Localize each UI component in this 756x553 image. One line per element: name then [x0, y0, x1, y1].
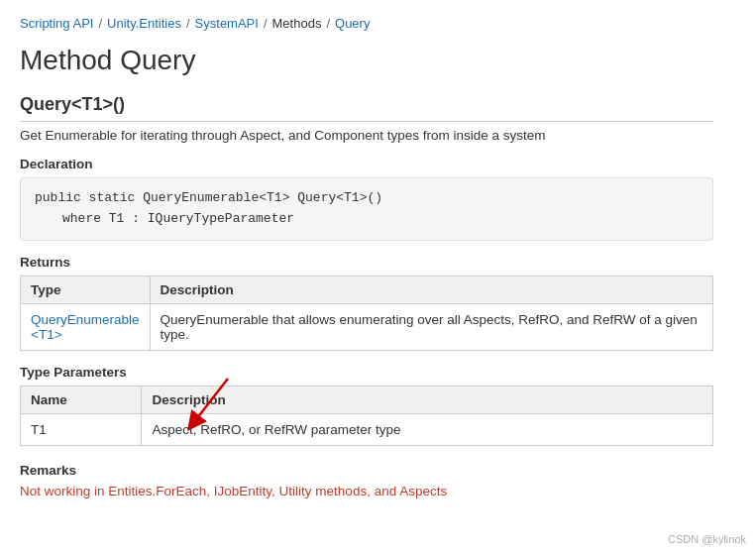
breadcrumb-methods: Methods — [272, 16, 322, 31]
declaration-code: public static QueryEnumerable<T1> Query<… — [20, 177, 713, 241]
code-line-2: where T1 : IQueryTypeParameter — [35, 209, 699, 230]
main-content: Scripting API / Unity.Entities / SystemA… — [0, 0, 733, 514]
method-signature: Query<T1>() — [20, 94, 713, 122]
returns-col-description: Description — [150, 276, 712, 303]
breadcrumb-systemapi[interactable]: SystemAPI — [195, 16, 259, 31]
type-param-desc-cell: Aspect, RefRO, or RefRW parameter type — [142, 413, 713, 445]
type-params-label: Type Parameters — [20, 365, 713, 380]
type-params-col-desc: Description — [142, 386, 713, 413]
breadcrumb-unity-entities[interactable]: Unity.Entities — [107, 16, 181, 31]
breadcrumb-query[interactable]: Query — [335, 16, 370, 31]
type-param-name-cell: T1 — [21, 413, 142, 445]
returns-type-link[interactable]: QueryEnumerable<T1> — [31, 312, 140, 342]
returns-label: Returns — [20, 255, 713, 270]
code-line-1: public static QueryEnumerable<T1> Query<… — [35, 188, 699, 209]
method-description: Get Enumerable for iterating through Asp… — [20, 128, 713, 143]
declaration-label: Declaration — [20, 157, 713, 171]
breadcrumb-sep-1: / — [98, 16, 102, 31]
breadcrumb-sep-4: / — [326, 16, 330, 31]
type-params-header-row: Name Description — [21, 386, 713, 413]
returns-desc-cell: QueryEnumerable that allows enumerating … — [150, 303, 712, 350]
remarks-label: Remarks — [20, 463, 713, 478]
returns-type-cell: QueryEnumerable<T1> — [21, 303, 151, 350]
breadcrumb-scripting-api[interactable]: Scripting API — [20, 16, 93, 31]
type-params-col-name: Name — [21, 386, 142, 413]
breadcrumb-sep-2: / — [186, 16, 190, 31]
returns-col-type: Type — [21, 276, 151, 303]
table-row: QueryEnumerable<T1> QueryEnumerable that… — [21, 303, 713, 350]
returns-table: Type Description QueryEnumerable<T1> Que… — [20, 276, 713, 351]
table-row: T1 Aspect, RefRO, or RefRW parameter typ… — [21, 413, 713, 445]
breadcrumb-sep-3: / — [264, 16, 268, 31]
page-title: Method Query — [20, 45, 713, 76]
watermark: CSDN @kylinok — [668, 533, 746, 545]
type-params-table: Name Description T1 Aspect, RefRO, or Re… — [20, 386, 713, 446]
breadcrumb: Scripting API / Unity.Entities / SystemA… — [20, 16, 713, 31]
remarks-text: Not working in Entities.ForEach, IJobEnt… — [20, 484, 713, 498]
returns-section: Returns Type Description QueryEnumerable… — [20, 255, 713, 351]
returns-header-row: Type Description — [21, 276, 713, 303]
type-params-section: Type Parameters Name Description — [20, 365, 713, 449]
remarks-section: Remarks Not working in Entities.ForEach,… — [20, 463, 713, 498]
